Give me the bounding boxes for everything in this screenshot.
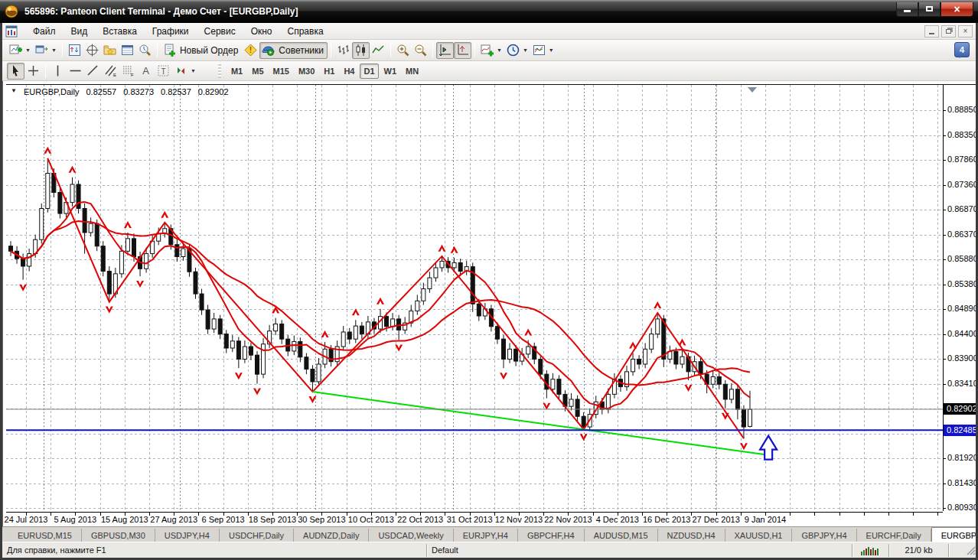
channel-tool[interactable]: E	[102, 63, 119, 80]
text-tool[interactable]: A	[137, 63, 155, 80]
price-axis-label: 0.81430	[947, 478, 978, 487]
cursor-tool-button[interactable]	[7, 63, 24, 80]
menu-item-5[interactable]: Сервис	[197, 24, 243, 38]
title-bar[interactable]: 565896: Panteon Client Terminal - Демо С…	[0, 0, 978, 23]
periods-button[interactable]: ▼	[504, 42, 530, 59]
chart-tab-usdjpy-h4[interactable]: USDJPY,H4	[155, 529, 220, 542]
chart-tab-audusd-m15[interactable]: AUDUSD,M15	[585, 529, 658, 542]
menu-item-4[interactable]: Графики	[145, 24, 197, 38]
menu-item-1[interactable]: Файл	[25, 24, 64, 38]
zoom-in-button[interactable]	[394, 42, 412, 59]
minimize-button[interactable]	[896, 2, 918, 17]
navigator-button[interactable]	[101, 42, 119, 59]
vertical-line-tool[interactable]	[49, 63, 67, 80]
time-axis-tick	[839, 513, 840, 516]
indicators-button[interactable]: ▼	[478, 42, 504, 59]
chart-tab-bar: EURUSD,M15GBPUSD,M30USDJPY,H4USDCHF,Dail…	[2, 526, 976, 542]
notification-badge[interactable]: 4	[954, 42, 970, 57]
status-profile[interactable]: Default	[427, 544, 852, 557]
trendline-tool[interactable]	[84, 63, 102, 80]
time-axis[interactable]: 24 Jul 20135 Aug 201315 Aug 201327 Aug 2…	[6, 512, 943, 526]
chart-shift-toggle[interactable]	[454, 42, 471, 59]
menu: ФайлВидВставкаГрафикиСервисОкноСправка	[25, 24, 331, 38]
auto-scroll-toggle[interactable]	[436, 42, 454, 59]
chart-tab-usdchf-daily[interactable]: USDCHF,Daily	[220, 529, 294, 542]
chart-tab-gbpchf-h4[interactable]: GBPCHF,H4	[518, 529, 585, 542]
time-axis-tick	[618, 513, 618, 516]
strategy-tester-button[interactable]	[136, 42, 154, 59]
chart-tab-usdcad-weekly[interactable]: USDCAD,Weekly	[369, 529, 453, 542]
chart-tab-gbpjpy-h4[interactable]: GBPJPY,H4	[792, 529, 856, 542]
chart-plot[interactable]: ▼ EURGBP,Daily 0.82557 0.83273 0.82537 0…	[6, 84, 943, 511]
chart-tab-eurgbp-daily[interactable]: EURGBP,Daily	[931, 527, 978, 542]
data-window-button[interactable]	[83, 42, 101, 59]
notification-count: 4	[960, 45, 964, 54]
timeframe-button-m15[interactable]: M15	[269, 63, 293, 79]
market-watch-button[interactable]	[66, 42, 83, 59]
chart-tab-eurjpy-h4[interactable]: EURJPY,H4	[454, 529, 518, 542]
toolbar-grip[interactable]	[218, 64, 221, 78]
chart-tab-eurusd-m15[interactable]: EURUSD,M15	[8, 529, 82, 542]
profiles-button[interactable]: ▼	[33, 42, 59, 59]
chart-tab-eurchf-daily[interactable]: EURCHF,Daily	[857, 529, 931, 542]
chart-close-button[interactable]: ×	[958, 25, 973, 37]
legend-high: 0.83273	[123, 87, 154, 96]
timeframe-button-w1[interactable]: W1	[380, 63, 401, 79]
price-axis[interactable]: 0.888500.883500.878600.873600.868700.863…	[943, 84, 976, 511]
chart-tab-audnzd-daily[interactable]: AUDNZD,Daily	[294, 529, 369, 542]
timeframe-button-m5[interactable]: M5	[248, 63, 267, 79]
timeframe-button-h4[interactable]: H4	[340, 63, 358, 79]
crosshair-tool-button[interactable]	[24, 63, 42, 80]
resize-grip[interactable]	[963, 543, 976, 557]
candlestick-chart-button[interactable]	[352, 42, 370, 59]
price-axis-label: 0.86870	[947, 204, 978, 213]
chart-tab-nzdusd-h4[interactable]: NZDUSD,H4	[658, 529, 725, 542]
maximize-button[interactable]	[918, 2, 941, 17]
fibonacci-tool[interactable]: F	[119, 63, 137, 80]
time-axis-tick	[223, 513, 224, 516]
timeframe-button-h1[interactable]: H1	[320, 63, 338, 79]
time-axis-tick	[198, 513, 199, 516]
legend-low: 0.82537	[161, 87, 191, 96]
menu-item-2[interactable]: Вид	[64, 24, 96, 38]
timeframe-button-m30[interactable]: M30	[295, 63, 318, 79]
time-axis-tick	[568, 513, 569, 516]
new-order-button[interactable]: Новый Ордер	[161, 42, 242, 59]
svg-text:A: A	[142, 65, 149, 77]
chart-tab-xauusd-h1[interactable]: XAUUSD,H1	[725, 529, 793, 542]
time-axis-tick	[26, 513, 27, 516]
connection-bars-icon	[861, 545, 881, 555]
arrows-tool[interactable]: ▼	[172, 63, 198, 80]
horizontal-line-icon	[69, 64, 82, 77]
timeframe-button-d1[interactable]: D1	[360, 63, 378, 79]
timeframe-button-m1[interactable]: M1	[227, 63, 246, 79]
label-tool[interactable]: T	[155, 63, 172, 80]
line-chart-button[interactable]	[370, 42, 387, 59]
bar-chart-button[interactable]	[334, 42, 352, 59]
chart-restore-button[interactable]	[941, 25, 956, 37]
menu-item-3[interactable]: Вставка	[95, 24, 145, 38]
chart-canvas[interactable]	[6, 85, 943, 512]
cursor-icon	[9, 64, 22, 77]
bar-chart-icon	[337, 44, 350, 57]
fibonacci-icon: F	[122, 64, 135, 77]
horizontal-line-tool[interactable]	[67, 63, 84, 80]
menu-item-6[interactable]: Окно	[243, 24, 280, 38]
chart-minimize-button[interactable]	[924, 25, 939, 37]
moving-average-8	[11, 202, 750, 409]
metaeditor-button[interactable]: !	[242, 42, 259, 59]
shift-marker-icon	[748, 87, 757, 93]
chart-window-icon[interactable]	[5, 25, 18, 37]
price-axis-label: 0.87360	[947, 180, 978, 189]
timeframe-button-mn[interactable]: MN	[402, 63, 422, 79]
templates-button[interactable]: ▼	[530, 42, 556, 59]
expert-advisors-toggle[interactable]: Советники	[259, 42, 328, 59]
zoom-out-button[interactable]	[412, 42, 429, 59]
dropdown-arrow-icon: ▼	[51, 47, 57, 53]
chart-tab-gbpusd-m30[interactable]: GBPUSD,M30	[82, 529, 155, 542]
close-button[interactable]: ×	[941, 2, 973, 17]
terminal-button[interactable]	[119, 42, 136, 59]
menu-item-7[interactable]: Справка	[280, 24, 331, 38]
new-chart-button[interactable]: ▼	[7, 42, 33, 59]
chevron-down-icon[interactable]: ▼	[11, 87, 17, 96]
